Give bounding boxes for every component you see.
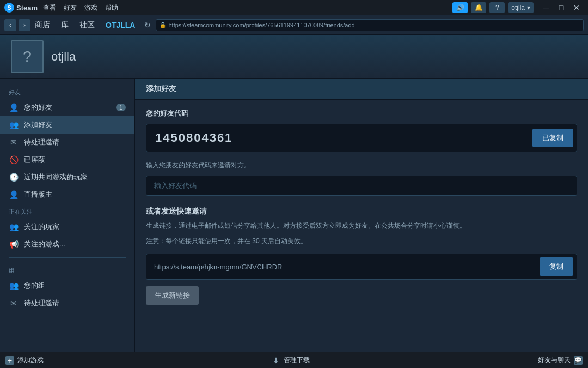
sidebar-item-followed-players[interactable]: 👥 关注的玩家 — [0, 218, 134, 236]
navbar: ‹ › 商店 库 社区 OTJLLA ↻ 🔒 https://steamcomm… — [0, 15, 588, 35]
nav-arrows: ‹ › — [4, 19, 30, 31]
your-friends-badge: 1 — [116, 104, 126, 111]
friend-code-box: 1450804361 已复制 — [146, 124, 577, 152]
steam-window: S Steam 查看 好友 游戏 帮助 🔊 🔔 ? otjlla ▾ ─ □ ✕ — [0, 0, 588, 368]
pending-invites-icon: ✉ — [9, 137, 19, 147]
sidebar-item-label-streamers: 直播版主 — [24, 190, 126, 200]
lock-icon: 🔒 — [160, 22, 166, 28]
add-game-section[interactable]: + 添加游戏 — [5, 355, 44, 365]
tab-profile[interactable]: OTJLLA — [106, 19, 135, 32]
sidebar-item-label-group-pending: 待处理邀请 — [24, 298, 126, 308]
manage-downloads-section[interactable]: ⬇ 管理下载 — [272, 355, 310, 365]
tab-library[interactable]: 库 — [61, 18, 69, 32]
sidebar-item-add-friend[interactable]: 👥 添加好友 — [0, 116, 134, 134]
sidebar-item-label-your-friends: 您的好友 — [24, 102, 111, 112]
section-label-group: 组 — [0, 262, 134, 277]
sidebar-item-label-recent-players: 近期共同游戏的玩家 — [24, 172, 126, 182]
titlebar-left: S Steam 查看 好友 游戏 帮助 — [4, 3, 118, 13]
add-friend-icon: 👥 — [9, 120, 19, 130]
close-button[interactable]: ✕ — [569, 2, 584, 13]
add-game-label: 添加游戏 — [17, 355, 44, 365]
followed-players-icon: 👥 — [9, 222, 19, 232]
sidebar-item-label-followed-games: 关注的游戏... — [24, 239, 126, 249]
download-icon: ⬇ — [272, 356, 280, 365]
titlebar-menu: 查看 好友 游戏 帮助 — [43, 3, 118, 13]
bottombar: + 添加游戏 ⬇ 管理下载 好友与聊天 💬 — [0, 352, 588, 368]
refresh-button[interactable]: ↻ — [142, 19, 154, 31]
sidebar-divider — [9, 257, 126, 258]
steam-label: Steam — [16, 4, 38, 12]
sidebar-item-label-followed-players: 关注的玩家 — [24, 222, 126, 232]
speaker-button[interactable]: 🔊 — [452, 2, 468, 13]
tab-community[interactable]: 社区 — [79, 18, 95, 32]
menu-games[interactable]: 游戏 — [84, 3, 97, 13]
copy-link-button[interactable]: 复制 — [540, 257, 573, 276]
sidebar-item-recent-players[interactable]: 🕐 近期共同游戏的玩家 — [0, 168, 134, 186]
url-bar: 🔒 https://steamcommunity.com/profiles/76… — [156, 19, 584, 31]
sidebar-item-followed-games[interactable]: 📢 关注的游戏... — [0, 236, 134, 253]
friends-chat-label: 好友与聊天 — [538, 355, 571, 365]
avatar-placeholder: ? — [23, 48, 32, 65]
sidebar-item-group-pending[interactable]: ✉ 待处理邀请 — [0, 294, 134, 312]
sidebar-item-label-your-group: 您的组 — [24, 281, 126, 291]
sidebar-item-label-add-friend: 添加好友 — [24, 120, 126, 130]
profile-and-content: ? otjlla 好友 👤 您的好友 1 👥 添加好友 ✉ — [0, 35, 588, 352]
invite-hint: 输入您朋友的好友代码来邀请对方。 — [146, 161, 577, 170]
url-text: https://steamcommunity.com/profiles/7656… — [168, 22, 354, 28]
blocked-icon: 🚫 — [9, 155, 19, 165]
user-menu-button[interactable]: otjlla ▾ — [508, 2, 534, 13]
friends-chat-section[interactable]: 好友与聊天 💬 — [538, 355, 583, 365]
your-group-icon: 👥 — [9, 281, 19, 291]
invite-link-value: https://s.team/p/hjkn-mgmn/GNVCHRDR — [146, 257, 536, 276]
section-header: 添加好友 — [135, 79, 588, 100]
menu-view[interactable]: 查看 — [43, 3, 56, 13]
sidebar: 好友 👤 您的好友 1 👥 添加好友 ✉ 待处理邀请 🚫 已屏蔽 — [0, 79, 135, 352]
sidebar-item-blocked[interactable]: 🚫 已屏蔽 — [0, 151, 134, 168]
sidebar-item-pending-invites[interactable]: ✉ 待处理邀请 — [0, 134, 134, 151]
streamers-icon: 👤 — [9, 190, 19, 200]
sidebar-item-label-pending-invites: 待处理邀请 — [24, 137, 126, 147]
invite-link-box: https://s.team/p/hjkn-mgmn/GNVCHRDR 复制 — [146, 254, 577, 280]
notification-button[interactable]: 🔔 — [471, 2, 486, 13]
invite-code-input[interactable] — [146, 176, 577, 196]
window-controls: ─ □ ✕ — [539, 2, 584, 13]
maximize-button[interactable]: □ — [554, 2, 568, 13]
group-pending-icon: ✉ — [9, 298, 19, 308]
back-button[interactable]: ‹ — [4, 19, 16, 31]
profile-name: otjlla — [51, 50, 76, 64]
chat-icon: 💬 — [574, 356, 583, 365]
sidebar-item-your-group[interactable]: 👥 您的组 — [0, 277, 134, 294]
generate-link-button[interactable]: 生成新链接 — [146, 286, 199, 305]
minimize-button[interactable]: ─ — [539, 2, 553, 13]
titlebar: S Steam 查看 好友 游戏 帮助 🔊 🔔 ? otjlla ▾ ─ □ ✕ — [0, 0, 588, 15]
recent-players-icon: 🕐 — [9, 172, 19, 182]
tab-store[interactable]: 商店 — [35, 18, 50, 32]
friend-code-value: 1450804361 — [146, 124, 529, 152]
menu-help[interactable]: 帮助 — [105, 3, 118, 13]
manage-downloads-label: 管理下载 — [284, 355, 310, 365]
dropdown-icon: ▾ — [527, 4, 530, 11]
section-body: 您的好友代码 1450804361 已复制 输入您朋友的好友代码来邀请对方。 或… — [135, 100, 588, 313]
help-button[interactable]: ? — [489, 2, 505, 13]
user-name-label: otjlla — [511, 4, 525, 11]
profile-header: ? otjlla — [0, 35, 588, 79]
nav-tabs: 商店 库 社区 OTJLLA — [35, 18, 135, 32]
titlebar-right: 🔊 🔔 ? otjlla ▾ ─ □ ✕ — [452, 2, 584, 13]
fast-invite-desc: 生成链接，通过电子邮件或短信分享给其他人。对方接受后双方立即成为好友。在公共场合… — [146, 221, 577, 231]
followed-games-icon: 📢 — [9, 239, 19, 249]
sidebar-item-label-blocked: 已屏蔽 — [24, 155, 126, 165]
sidebar-item-streamers[interactable]: 👤 直播版主 — [0, 186, 134, 203]
friend-code-label: 您的好友代码 — [146, 108, 577, 118]
your-friends-icon: 👤 — [9, 102, 19, 112]
steam-icon: S — [4, 3, 14, 13]
fast-invite-title: 或者发送快速邀请 — [146, 207, 577, 216]
menu-friends[interactable]: 好友 — [64, 3, 77, 13]
forward-button[interactable]: › — [19, 19, 30, 31]
section-label-friends: 好友 — [0, 84, 134, 99]
add-game-icon: + — [5, 356, 14, 365]
content-wrapper: 好友 👤 您的好友 1 👥 添加好友 ✉ 待处理邀请 🚫 已屏蔽 — [0, 79, 588, 352]
fast-invite-note: 注意：每个链接只能使用一次，并在 30 天后自动失效。 — [146, 237, 577, 246]
sidebar-item-your-friends[interactable]: 👤 您的好友 1 — [0, 99, 134, 116]
copy-code-button[interactable]: 已复制 — [532, 129, 573, 147]
main-content: 添加好友 您的好友代码 1450804361 已复制 输入您朋友的好友代码来邀请… — [135, 79, 588, 352]
